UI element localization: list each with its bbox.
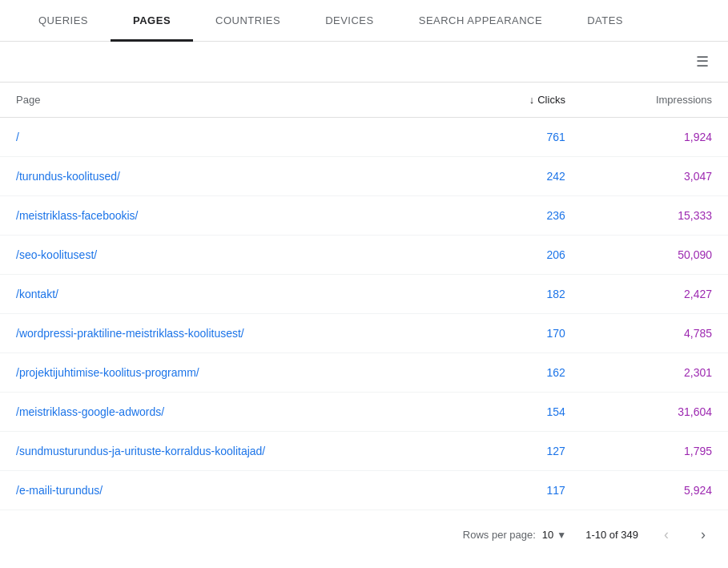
page-info: 1-10 of 349 [585,529,638,541]
table-row: /e-maili-turundus/1175,924 [0,471,728,510]
table-row: /seo-koolitusest/20650,090 [0,236,728,275]
rows-per-page-label: Rows per page: [463,529,536,541]
table-row: /7611,924 [0,118,728,157]
cell-page[interactable]: /seo-koolitusest/ [0,236,468,275]
cell-page[interactable]: /wordpressi-praktiline-meistriklass-kool… [0,314,468,353]
table-row: /sundmusturundus-ja-urituste-korraldus-k… [0,432,728,471]
rows-per-page-select[interactable]: 10 ▼ [542,529,566,541]
cell-clicks: 236 [468,196,581,236]
cell-impressions: 2,301 [581,353,728,393]
cell-page[interactable]: /meistriklass-facebookis/ [0,196,468,236]
col-header-clicks[interactable]: ↓Clicks [468,83,581,118]
table-row: /meistriklass-google-adwords/15431,604 [0,393,728,432]
cell-page[interactable]: /e-maili-turundus/ [0,471,468,510]
cell-page[interactable]: /turundus-koolitused/ [0,157,468,196]
cell-impressions: 3,047 [581,157,728,196]
table-row: /wordpressi-praktiline-meistriklass-kool… [0,314,728,353]
rows-per-page-value: 10 [542,529,553,541]
cell-clicks: 162 [468,353,581,393]
cell-impressions: 1,924 [581,118,728,157]
filter-icon[interactable]: ☰ [696,53,709,70]
cell-page[interactable]: /kontakt/ [0,275,468,314]
data-table: Page ↓Clicks Impressions /7611,924/turun… [0,83,728,510]
prev-page-button[interactable]: ‹ [658,523,675,546]
cell-clicks: 127 [468,432,581,471]
tab-bar: QUERIES PAGES COUNTRIES DEVICES SEARCH A… [0,0,728,42]
table-row: /turundus-koolitused/2423,047 [0,157,728,196]
cell-impressions: 31,604 [581,393,728,432]
tab-queries[interactable]: QUERIES [16,0,111,41]
cell-impressions: 5,924 [581,471,728,510]
col-header-page: Page [0,83,468,118]
tab-dates[interactable]: DATES [565,0,646,41]
tab-devices[interactable]: DEVICES [303,0,396,41]
cell-clicks: 117 [468,471,581,510]
next-page-button[interactable]: › [694,523,712,546]
rows-per-page-chevron-icon: ▼ [557,530,566,541]
tab-pages[interactable]: PAGES [111,0,193,41]
tab-countries[interactable]: COUNTRIES [193,0,303,41]
sort-arrow-icon: ↓ [529,94,535,106]
tab-search-appearance[interactable]: SEARCH APPEARANCE [396,0,565,41]
cell-impressions: 4,785 [581,314,728,353]
cell-impressions: 2,427 [581,275,728,314]
cell-impressions: 1,795 [581,432,728,471]
table-row: /meistriklass-facebookis/23615,333 [0,196,728,236]
cell-clicks: 182 [468,275,581,314]
col-header-impressions[interactable]: Impressions [581,83,728,118]
cell-clicks: 761 [468,118,581,157]
cell-impressions: 50,090 [581,236,728,275]
cell-clicks: 206 [468,236,581,275]
table-row: /kontakt/1822,427 [0,275,728,314]
cell-clicks: 154 [468,393,581,432]
cell-page[interactable]: /projektijuhtimise-koolitus-programm/ [0,353,468,393]
cell-page[interactable]: /sundmusturundus-ja-urituste-korraldus-k… [0,432,468,471]
rows-per-page: Rows per page: 10 ▼ [463,529,566,541]
pagination: Rows per page: 10 ▼ 1-10 of 349 ‹ › [0,510,728,559]
cell-impressions: 15,333 [581,196,728,236]
cell-clicks: 170 [468,314,581,353]
filter-bar: ☰ [0,42,728,83]
table-row: /projektijuhtimise-koolitus-programm/162… [0,353,728,393]
cell-clicks: 242 [468,157,581,196]
cell-page[interactable]: /meistriklass-google-adwords/ [0,393,468,432]
cell-page[interactable]: / [0,118,468,157]
